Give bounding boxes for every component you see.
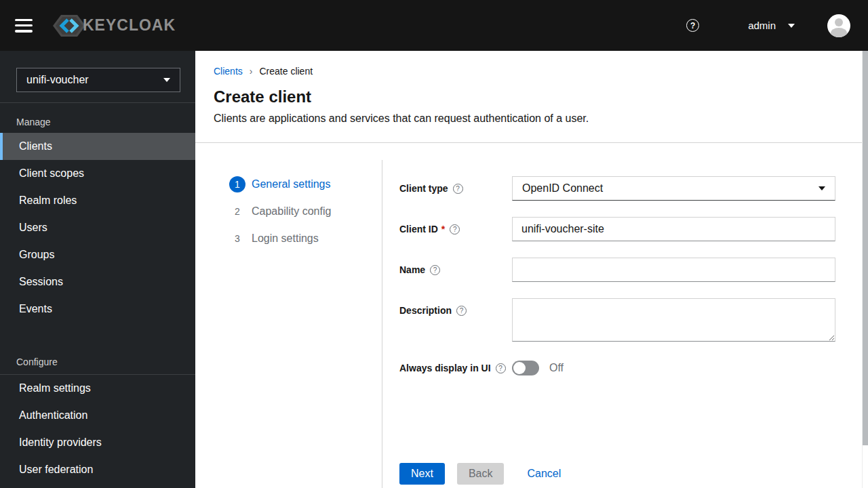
help-icon[interactable]: ?: [450, 224, 460, 235]
client-type-select[interactable]: OpenID Connect: [512, 176, 835, 201]
chevron-down-icon: [788, 24, 795, 28]
sidebar: unifi-voucher Manage Clients Client scop…: [0, 51, 195, 488]
page-header: Clients › Create client Create client Cl…: [195, 51, 868, 142]
user-menu[interactable]: admin: [748, 20, 795, 31]
wizard-steps: 1 General settings 2 Capability config 3…: [195, 143, 382, 488]
required-asterisk: *: [441, 224, 445, 235]
sidebar-item-events[interactable]: Events: [0, 296, 195, 323]
step-label: General settings: [252, 178, 331, 190]
wizard-footer: Next Back Cancel: [399, 463, 561, 485]
nav-toggle-hamburger-icon[interactable]: [15, 19, 33, 33]
back-button[interactable]: Back: [457, 463, 505, 485]
toggle-handle-icon: [513, 362, 526, 374]
wizard-step-capability-config[interactable]: 2 Capability config: [229, 203, 382, 220]
product-name: KEYCLOAK: [83, 16, 176, 35]
cancel-button[interactable]: Cancel: [527, 463, 561, 485]
always-display-label: Always display in UI: [399, 363, 491, 373]
page-subtitle: Clients are applications and services th…: [214, 113, 850, 125]
sidebar-item-identity-providers[interactable]: Identity providers: [0, 429, 195, 456]
section-title-configure: Configure: [0, 343, 195, 375]
help-icon[interactable]: ?: [430, 265, 440, 275]
breadcrumb: Clients › Create client: [214, 66, 850, 77]
breadcrumb-separator-icon: ›: [250, 66, 253, 77]
page-title: Create client: [214, 87, 850, 106]
breadcrumb-current: Create client: [259, 66, 313, 77]
step-number: 1: [229, 176, 245, 192]
chevron-down-icon: [818, 186, 825, 190]
help-icon[interactable]: ?: [453, 184, 463, 194]
client-id-label: Client ID: [399, 224, 438, 235]
user-name: admin: [748, 20, 776, 31]
sidebar-item-users[interactable]: Users: [0, 214, 195, 241]
always-display-state: Off: [549, 362, 564, 374]
sidebar-item-realm-settings[interactable]: Realm settings: [0, 375, 195, 402]
wizard-step-general-settings[interactable]: 1 General settings: [229, 176, 382, 192]
sidebar-item-realm-roles[interactable]: Realm roles: [0, 187, 195, 214]
sidebar-item-sessions[interactable]: Sessions: [0, 268, 195, 296]
next-button[interactable]: Next: [399, 463, 445, 485]
sidebar-item-authentication[interactable]: Authentication: [0, 402, 195, 429]
sidebar-item-clients[interactable]: Clients: [0, 133, 195, 160]
help-icon[interactable]: ?: [686, 19, 699, 32]
realm-selector[interactable]: unifi-voucher: [16, 68, 180, 92]
avatar[interactable]: [827, 14, 850, 37]
step-label: Login settings: [252, 232, 319, 245]
client-id-input[interactable]: [512, 217, 835, 241]
sidebar-item-user-federation[interactable]: User federation: [0, 456, 195, 483]
wizard-step-login-settings[interactable]: 3 Login settings: [229, 230, 382, 247]
help-icon[interactable]: ?: [496, 363, 506, 373]
sidebar-item-client-scopes[interactable]: Client scopes: [0, 160, 195, 187]
general-settings-form: Client type ? OpenID Connect Client ID: [382, 143, 868, 488]
realm-name: unifi-voucher: [26, 74, 89, 86]
scrollbar-track[interactable]: [862, 51, 868, 488]
masthead: KEYCLOAK ? admin: [0, 0, 868, 51]
keycloak-logo: KEYCLOAK: [52, 12, 176, 39]
main-content: Clients › Create client Create client Cl…: [195, 51, 868, 488]
client-type-label: Client type: [399, 183, 448, 194]
description-label: Description: [399, 305, 452, 316]
name-input[interactable]: [512, 258, 835, 282]
chevron-down-icon: [163, 78, 170, 82]
keycloak-logo-icon: [52, 12, 87, 39]
breadcrumb-clients-link[interactable]: Clients: [214, 66, 243, 77]
step-number: 3: [229, 230, 245, 247]
help-icon[interactable]: ?: [456, 306, 467, 316]
always-display-toggle[interactable]: [512, 361, 539, 375]
scrollbar-thumb[interactable]: [863, 51, 868, 445]
step-number: 2: [229, 203, 245, 220]
name-label: Name: [399, 264, 425, 275]
create-client-wizard: 1 General settings 2 Capability config 3…: [195, 143, 868, 488]
description-textarea[interactable]: [512, 298, 835, 342]
step-label: Capability config: [252, 205, 331, 218]
client-type-value: OpenID Connect: [522, 182, 603, 195]
sidebar-item-groups[interactable]: Groups: [0, 241, 195, 268]
section-title-manage: Manage: [0, 103, 195, 133]
